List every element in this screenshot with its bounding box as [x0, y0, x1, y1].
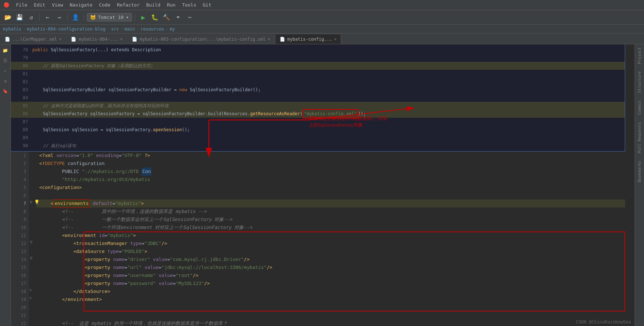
popup-line-80: 80 // 获取SqlSessionFactory 对象（采用默认的方式）	[11, 62, 625, 70]
forward-button[interactable]: →	[54, 12, 64, 23]
code-line-2: <!DOCTYPE configuration	[36, 160, 625, 168]
sidebar-label-structure[interactable]: Structure	[637, 71, 642, 93]
breadcrumb-module[interactable]: mybatis-004-configuration-blog	[27, 27, 106, 32]
line-num-10: 10	[12, 224, 26, 232]
breadcrumb-src[interactable]: src	[111, 27, 119, 32]
popup-line-84: 84	[11, 94, 625, 102]
separator-4	[135, 14, 135, 21]
tab-icon: 📄	[132, 37, 137, 42]
red-box-container: <environment id="mybatis"> <transactionM…	[36, 232, 625, 303]
line-num-8: 8	[12, 208, 26, 216]
tomcat-selector[interactable]: 🐱 Tomcat 10 ▾	[87, 13, 132, 21]
sidebar-label-commit[interactable]: Commit	[637, 100, 642, 115]
popup-line-82: 82	[11, 78, 625, 86]
right-sidebar: Project Structure Commit Pull Requests B…	[635, 44, 644, 326]
tab-mybatis004[interactable]: 📄 mybatis-004-... ✕	[66, 34, 127, 44]
code-line-6	[36, 192, 625, 200]
line-num-4: 4	[12, 176, 26, 184]
gutter-fold-11[interactable]: ▽	[30, 240, 32, 245]
line-num-7: 7	[12, 200, 26, 208]
open-button[interactable]: 📂	[3, 12, 13, 23]
refresh-button[interactable]: ↺	[26, 12, 36, 23]
gutter-lamp-7[interactable]: 💡	[34, 200, 40, 205]
code-line-18: </dataSource>	[36, 287, 625, 295]
tab-label: mybatis-004-...	[78, 37, 118, 42]
code-editor: 1 2 3 4 5 6 7 8 9 10 11 12 13 14 15 16 1…	[11, 152, 625, 326]
tab-label: ...\CarMapper.xml	[12, 37, 57, 42]
toolbar: 📂 💾 ↺ ← → 👤 🐱 Tomcat 10 ▾ ▶ 🐛 🔨 ☂ ⋯	[0, 10, 644, 25]
menu-git[interactable]: Git	[200, 1, 214, 8]
line-numbers: 1 2 3 4 5 6 7 8 9 10 11 12 13 14 15 16 1…	[11, 152, 29, 326]
gutter-fold-13[interactable]: ▽	[30, 255, 32, 261]
back-button[interactable]: ←	[42, 12, 53, 23]
tab-close-icon[interactable]: ✕	[334, 37, 337, 41]
app-logo: 🔴	[3, 1, 10, 9]
build-button[interactable]: 🔨	[161, 12, 171, 23]
code-line-22: <!-- 这是 mybatis 的另一个环境，也就是连接的数据库是另一个数据库？	[36, 319, 625, 326]
tab-mybatis-config-active[interactable]: 📄 mybatis-config... ✕	[275, 34, 341, 44]
tab-carmapper[interactable]: 📄 ...\CarMapper.xml ✕	[0, 34, 66, 44]
popup-line-91: 91 int count = sqlSession.insert(s: "car…	[11, 150, 625, 152]
line-num-9: 9	[12, 216, 26, 224]
sidebar-bookmark-icon[interactable]: 🔖	[1, 86, 10, 96]
tab-close-icon[interactable]: ✕	[268, 37, 270, 41]
tab-mybatis003[interactable]: 📄 mybatis-003-configuration\...\mybatis-…	[127, 34, 275, 44]
gutter-fold-7[interactable]: ▽	[30, 200, 32, 205]
sidebar-label-bookmarks[interactable]: Bookmarks	[637, 161, 642, 182]
code-line-13: <dataSource type="POOLED">	[36, 247, 625, 255]
code-line-8: <!-- 其中的一个环境，连接的数据库是 mybatis -->	[36, 208, 625, 216]
breadcrumb-resources[interactable]: resources	[141, 27, 164, 32]
menu-edit[interactable]: Edit	[31, 1, 48, 8]
gutter-arrow-18: ▷	[30, 287, 32, 292]
coverage-button[interactable]: ☂	[173, 12, 183, 23]
menu-navigate[interactable]: Navigate	[67, 1, 96, 8]
main-layout: 📁 ☰ ✓ ⇅ 🔖 78 public SqlSessionFactory(..…	[0, 44, 644, 326]
code-line-14: <property name="driver" value="com.mysql…	[36, 255, 625, 263]
line-num-17: 17	[12, 279, 26, 287]
breadcrumb-mybatis[interactable]: mybatis	[3, 27, 21, 32]
sidebar-commit-icon[interactable]: ✓	[1, 66, 10, 76]
run-button[interactable]: ▶	[138, 12, 148, 23]
code-line-1: <?xml version="1.0" encoding="UTF-8" ?>	[36, 152, 625, 160]
sidebar-label-project[interactable]: Project	[637, 47, 642, 64]
code-line-12: <transactionManager type="JDBC"/>	[36, 240, 625, 247]
sidebar-label-pull[interactable]: Pull Requests	[637, 122, 642, 153]
menu-refactor[interactable]: Refactor	[114, 1, 143, 8]
sidebar-structure-icon[interactable]: ☰	[1, 56, 10, 65]
menu-run[interactable]: Run	[164, 1, 178, 8]
popup-line-81: 81	[11, 70, 625, 78]
menu-file[interactable]: File	[13, 1, 30, 8]
code-content: <?xml version="1.0" encoding="UTF-8" ?> …	[36, 152, 625, 326]
code-line-20	[36, 303, 625, 311]
code-line-17: <property name="password" value="MySQL12…	[36, 279, 625, 287]
line-num-1: 1	[12, 152, 26, 160]
tomcat-icon: 🐱	[90, 15, 96, 20]
line-num-22: 22	[12, 319, 26, 326]
sidebar-project-icon[interactable]: 📁	[1, 46, 10, 55]
popup-annotation-text: 获取指定的默认的环境(数据库)，对应上的SqlSessionFactory对象	[309, 115, 388, 128]
menu-view[interactable]: View	[49, 1, 66, 8]
popup-line-79: 79	[11, 54, 625, 62]
separator-2	[67, 14, 68, 21]
line-num-18: 18	[12, 287, 26, 295]
line-num-21: 21	[12, 311, 26, 319]
profile-button[interactable]: 👤	[70, 12, 81, 23]
tab-icon: 📄	[5, 37, 10, 42]
more-button[interactable]: ⋯	[185, 12, 195, 23]
menu-tools[interactable]: Tools	[179, 1, 199, 8]
tab-close-icon[interactable]: ✕	[120, 37, 123, 41]
breadcrumb-main[interactable]: main	[125, 27, 135, 32]
menu-build[interactable]: Build	[143, 1, 163, 8]
debug-button[interactable]: 🐛	[150, 12, 160, 23]
menu-bar: 🔴 File Edit View Navigate Code Refactor …	[0, 0, 644, 10]
save-button[interactable]: 💾	[15, 12, 25, 23]
code-line-10: <!-- 一个环境environment 对对应上一个SqlSessionFac…	[36, 224, 625, 232]
breadcrumb-my[interactable]: my	[170, 27, 175, 32]
line-num-3: 3	[12, 168, 26, 176]
menu-code[interactable]: Code	[96, 1, 113, 8]
separator-1	[39, 14, 40, 21]
tab-close-icon[interactable]: ✕	[59, 37, 62, 41]
code-line-3: PUBLIC "-//mybatis.org//DTD Con	[36, 168, 625, 176]
sidebar-pull-icon[interactable]: ⇅	[1, 76, 10, 86]
line-num-6: 6	[12, 192, 26, 200]
